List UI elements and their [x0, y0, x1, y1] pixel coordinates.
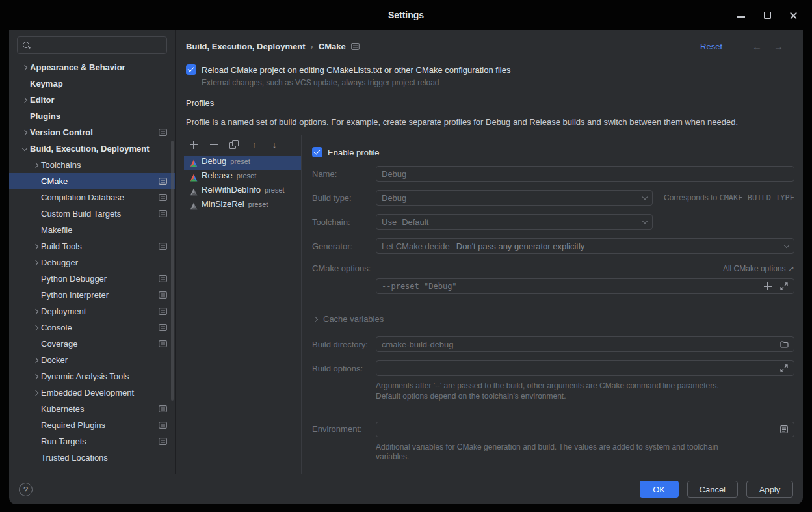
- maximize-icon[interactable]: [763, 10, 772, 20]
- title-bar: Settings: [0, 0, 812, 30]
- chevron-right-icon[interactable]: [33, 325, 38, 330]
- remove-profile-icon[interactable]: [209, 140, 219, 150]
- profile-form: Enable profile Name: Debug Build type: D…: [302, 135, 796, 474]
- breadcrumb-build-execution-deployment[interactable]: Build, Execution, Deployment: [186, 42, 305, 51]
- reset-link[interactable]: Reset: [700, 42, 722, 51]
- generator-select[interactable]: Let CMake decide Don't pass any generato…: [376, 238, 794, 254]
- breadcrumb-separator: ›: [310, 42, 313, 51]
- chevron-down-icon: [642, 219, 648, 224]
- sidebar-item-editor[interactable]: Editor: [9, 92, 175, 108]
- chevron-right-icon[interactable]: [33, 390, 38, 395]
- sidebar-item-appearance-behavior[interactable]: Appearance & Behavior: [9, 59, 175, 75]
- chevron-right-icon[interactable]: [33, 357, 38, 362]
- sidebar-item-build-tools[interactable]: Build Tools: [9, 238, 175, 254]
- screen-icon: [159, 438, 167, 445]
- build-type-select[interactable]: Debug: [376, 190, 653, 206]
- chevron-right-icon[interactable]: [21, 129, 27, 135]
- settings-search[interactable]: [17, 36, 167, 54]
- screen-icon: [159, 405, 167, 412]
- window-title: Settings: [388, 10, 424, 20]
- external-link-icon: ↗: [788, 264, 794, 273]
- enable-profile-row[interactable]: Enable profile: [312, 147, 794, 157]
- reload-cmake-checkbox-row[interactable]: Reload CMake project on editing CMakeLis…: [186, 64, 792, 75]
- profile-row-release[interactable]: Release preset: [184, 170, 301, 185]
- enable-profile-checkbox[interactable]: [312, 147, 322, 157]
- sidebar-item-trusted-locations[interactable]: Trusted Locations: [9, 450, 175, 466]
- expand-icon[interactable]: [779, 282, 789, 291]
- chevron-down-icon: [642, 195, 648, 200]
- sidebar-item-required-plugins[interactable]: Required Plugins: [9, 417, 175, 433]
- add-profile-icon[interactable]: [189, 140, 199, 150]
- sidebar-item-cmake[interactable]: CMake: [9, 173, 175, 189]
- name-field[interactable]: Debug: [376, 166, 794, 182]
- generator-label: Generator:: [312, 241, 376, 251]
- minimize-icon[interactable]: [737, 10, 746, 20]
- sidebar-scrollbar[interactable]: [171, 141, 174, 401]
- build-type-note: Corresponds to CMAKE_BUILD_TYPE: [653, 193, 794, 202]
- chevron-right-icon[interactable]: [33, 308, 38, 314]
- chevron-right-icon[interactable]: [21, 97, 27, 102]
- sidebar-item-custom-build-targets[interactable]: Custom Build Targets: [9, 206, 175, 222]
- screen-icon: [159, 308, 167, 315]
- environment-field[interactable]: [376, 422, 794, 437]
- move-down-icon[interactable]: ↓: [269, 140, 280, 150]
- variables-list-icon[interactable]: [779, 425, 789, 434]
- sidebar-item-makefile[interactable]: Makefile: [9, 222, 175, 238]
- folder-icon[interactable]: [779, 340, 789, 349]
- forward-icon[interactable]: →: [774, 41, 783, 52]
- build-options-hint: Arguments after '--' are passed to the b…: [376, 381, 794, 402]
- search-input[interactable]: [34, 40, 162, 51]
- section-divider: [391, 319, 794, 319]
- move-up-icon[interactable]: ↑: [249, 140, 259, 150]
- sidebar-item-kubernetes[interactable]: Kubernetes: [9, 401, 175, 417]
- cmake-options-field[interactable]: --preset "Debug": [376, 278, 794, 294]
- chevron-right-icon[interactable]: [33, 260, 38, 265]
- all-cmake-options-link[interactable]: All CMake options ↗: [723, 264, 794, 273]
- sidebar-item-embedded-development[interactable]: Embedded Development: [9, 384, 175, 401]
- settings-tree: Appearance & Behavior Keymap Editor Plug…: [9, 59, 175, 466]
- expand-icon[interactable]: [779, 364, 789, 373]
- screen-icon: [159, 324, 167, 331]
- sidebar-item-build-execution-deployment[interactable]: Build, Execution, Deployment: [9, 141, 175, 157]
- cache-variables-toggle[interactable]: Cache variables: [313, 314, 794, 324]
- help-icon[interactable]: ?: [19, 483, 33, 496]
- chevron-right-icon[interactable]: [33, 243, 38, 249]
- sidebar-item-coverage[interactable]: Coverage: [9, 336, 175, 352]
- build-options-field[interactable]: [376, 360, 794, 376]
- cancel-button[interactable]: Cancel: [687, 481, 738, 498]
- close-icon[interactable]: [789, 10, 798, 20]
- sidebar-item-dynamic-analysis-tools[interactable]: Dynamic Analysis Tools: [9, 368, 175, 384]
- back-icon[interactable]: ←: [752, 41, 762, 52]
- sidebar-item-deployment[interactable]: Deployment: [9, 303, 175, 319]
- chevron-right-icon[interactable]: [33, 373, 38, 379]
- profile-row-minsizerel[interactable]: MinSizeRel preset: [184, 199, 301, 213]
- sidebar-item-run-targets[interactable]: Run Targets: [9, 433, 175, 450]
- sidebar-item-keymap[interactable]: Keymap: [9, 75, 175, 92]
- ok-button[interactable]: OK: [640, 481, 679, 498]
- build-directory-field[interactable]: cmake-build-debug: [376, 336, 794, 352]
- sidebar-item-version-control[interactable]: Version Control: [9, 124, 175, 141]
- reload-cmake-checkbox[interactable]: [186, 64, 196, 75]
- breadcrumb-cmake[interactable]: CMake: [319, 42, 346, 51]
- profile-row-relwithdebinfo[interactable]: RelWithDebInfo preset: [184, 185, 301, 199]
- sidebar-item-toolchains[interactable]: Toolchains: [9, 157, 175, 173]
- sidebar-item-docker[interactable]: Docker: [9, 352, 175, 368]
- environment-label: Environment:: [312, 424, 376, 434]
- cmake-options-label: CMake options:: [312, 263, 376, 273]
- sidebar-item-debugger[interactable]: Debugger: [9, 254, 175, 271]
- apply-button[interactable]: Apply: [746, 481, 793, 498]
- build-options-label: Build options:: [312, 364, 376, 373]
- chevron-down-icon[interactable]: [21, 145, 27, 150]
- search-icon: [22, 41, 31, 49]
- sidebar-item-console[interactable]: Console: [9, 319, 175, 336]
- toolchain-select[interactable]: Use Default: [376, 214, 653, 230]
- chevron-right-icon[interactable]: [21, 64, 27, 70]
- copy-profile-icon[interactable]: [229, 140, 239, 150]
- chevron-right-icon[interactable]: [33, 162, 38, 167]
- profile-row-debug[interactable]: Debug preset: [184, 156, 301, 170]
- add-option-icon[interactable]: [763, 282, 772, 291]
- sidebar-item-plugins[interactable]: Plugins: [9, 108, 175, 124]
- sidebar-item-compilation-database[interactable]: Compilation Database: [9, 189, 175, 206]
- sidebar-item-python-debugger[interactable]: Python Debugger: [9, 271, 175, 287]
- sidebar-item-python-interpreter[interactable]: Python Interpreter: [9, 287, 175, 303]
